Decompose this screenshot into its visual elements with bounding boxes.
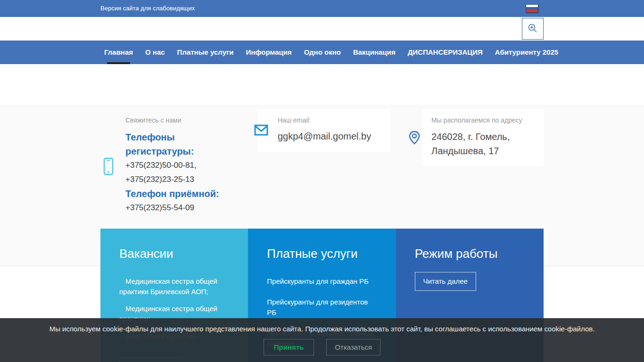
zoom-in-icon: [528, 23, 538, 35]
flag-stripe-red: [526, 10, 538, 12]
accessibility-version-link[interactable]: Версия сайта для слабовидящих: [100, 0, 195, 17]
registry-phones-title[interactable]: Телефоны регистратуры:: [125, 130, 229, 158]
reception-phone-title[interactable]: Телефон приёмной:: [125, 187, 229, 201]
search-button[interactable]: [522, 18, 544, 40]
reception-phone: +375(232)55-54-09: [125, 201, 229, 215]
registry-phone-2: +375(232)23-25-13: [125, 173, 229, 187]
contact-phones-block: Свяжитесь с нами Телефоны регистратуры: …: [100, 116, 251, 215]
card-vacancies-title: Вакансии: [119, 246, 229, 262]
schedule-read-more-button[interactable]: Читать далее: [415, 272, 476, 291]
mobile-phone-icon: [103, 157, 114, 177]
cookie-accept-button[interactable]: Принять: [264, 339, 314, 355]
main-nav: ГлавнаяО насПлатные услугиИнформацияОдно…: [100, 41, 544, 64]
email-label: Наш email:: [278, 116, 385, 124]
top-bar: Версия сайта для слабовидящих: [0, 0, 644, 17]
card-list-item[interactable]: Прейскуранты для резидентов РБ: [267, 297, 377, 318]
contact-email-block: Наш email: ggkp4@mail.gomel.by: [258, 109, 390, 152]
cookie-banner: Мы используем cookie-файлы для наилучшег…: [0, 318, 644, 362]
main-navbar: ГлавнаяО насПлатные услугиИнформацияОдно…: [0, 41, 644, 64]
registry-phone-1: +375(232)50-00-81,: [125, 158, 229, 173]
nav-item-одно-окно[interactable]: Одно окно: [304, 41, 341, 64]
nav-item-платные-услуги[interactable]: Платные услуги: [177, 41, 234, 64]
address-line-1: 246028, г. Гомель,: [431, 130, 539, 144]
address-value: 246028, г. Гомель, Ландышева, 17: [431, 130, 539, 158]
nav-item-информация[interactable]: Информация: [246, 41, 291, 64]
envelope-icon: [254, 124, 268, 138]
email-value[interactable]: ggkp4@mail.gomel.by: [278, 131, 385, 142]
nav-item-диспансеризация[interactable]: ДИСПАНСЕРИЗАЦИЯ: [408, 41, 483, 64]
card-work-schedule-title: Режим работы: [415, 246, 525, 262]
cookie-message: Мы используем cookie-файлы для наилучшег…: [0, 325, 644, 333]
card-paid-services-title: Платные услуги: [267, 246, 377, 262]
cookie-decline-button[interactable]: Отказаться: [326, 339, 380, 355]
location-pin-icon: [408, 131, 421, 147]
header: [0, 17, 644, 41]
nav-item-о-нас[interactable]: О нас: [145, 41, 165, 64]
nav-item-главная[interactable]: Главная: [104, 41, 133, 64]
russian-flag-icon[interactable]: [526, 5, 538, 12]
nav-item-абитуриенту-2025[interactable]: Абитуриенту 2025: [495, 41, 558, 64]
contact-phones-label: Свяжитесь с нами: [125, 116, 229, 124]
card-list-item[interactable]: Прейскуранты для граждан РБ: [267, 276, 377, 287]
contact-address-block: Мы располагаемся по адресу 246028, г. Го…: [422, 109, 544, 166]
cookie-buttons: Принять Отказаться: [0, 339, 644, 355]
address-label: Мы располагаемся по адресу: [431, 116, 539, 124]
address-line-2: Ландышева, 17: [431, 144, 539, 158]
page: Версия сайта для слабовидящих: [0, 0, 644, 362]
card-list-item[interactable]: Медицинская сестра общей практики Брилев…: [119, 276, 229, 297]
nav-item-вакцинация[interactable]: Вакцинация: [353, 41, 396, 64]
